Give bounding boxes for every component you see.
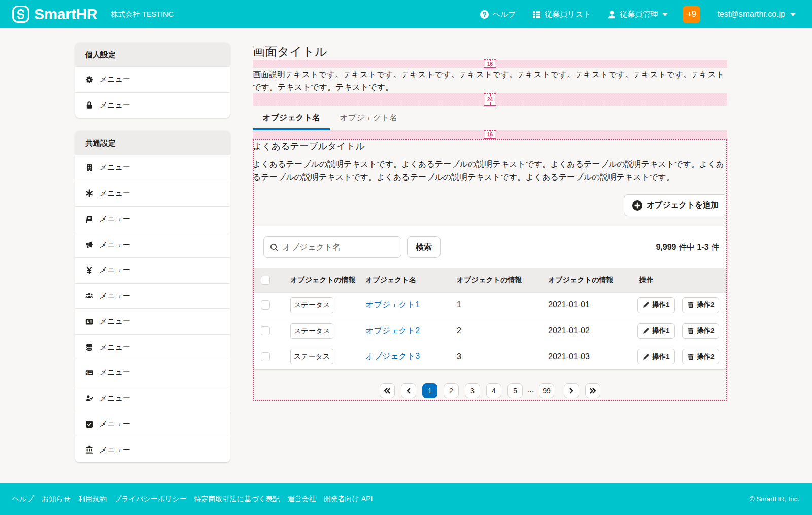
object-link[interactable]: オブジェクト1 (365, 300, 420, 309)
pagination-page-4[interactable]: 4 (486, 383, 501, 398)
pagination-page-3[interactable]: 3 (465, 383, 480, 398)
sidebar-item-database[interactable]: メニュー (75, 334, 230, 360)
footer-link-privacy[interactable]: プライバシーポリシー (114, 495, 187, 504)
search-icon (270, 243, 279, 252)
sidebar-item-money-check[interactable]: $ メニュー (75, 360, 230, 386)
smarthr-logo-text: SmartHR (34, 7, 97, 22)
footer-link-terms[interactable]: 利用規約 (78, 495, 107, 504)
account-menu[interactable]: test@smarthr.co.jp (717, 10, 796, 19)
action1-label: 操作1 (652, 352, 670, 361)
notification-badge[interactable]: +9 (683, 6, 700, 23)
employee-management-nav-item[interactable]: 従業員管理 (607, 10, 668, 19)
pencil-icon (642, 327, 650, 334)
pagination-last-button[interactable] (585, 383, 600, 398)
status-chip: ステータス (290, 323, 333, 339)
spacing-value: 16 (486, 61, 494, 67)
sidebar-item-asterisk[interactable]: メニュー (75, 181, 230, 207)
action2-label: 操作2 (697, 352, 715, 361)
search-row: 検索 9,999 件中 1-3 件 (253, 226, 727, 268)
money-check-icon: $ (85, 369, 93, 377)
sidebar-item-gear[interactable]: メニュー (75, 66, 230, 92)
action2-button[interactable]: 操作2 (682, 323, 720, 339)
add-object-button[interactable]: オブジェクトを追加 (624, 194, 727, 216)
angle-right-icon (568, 388, 574, 394)
angles-left-icon (384, 388, 390, 394)
row-checkbox[interactable] (261, 300, 270, 310)
pagination-prev-button[interactable] (401, 383, 416, 398)
tab-bar: オブジェクト名 オブジェクト名 (253, 106, 727, 130)
sidebar-item-label: メニュー (99, 100, 130, 110)
action2-button[interactable]: 操作2 (682, 349, 720, 364)
sidebar-item-label: メニュー (99, 419, 130, 429)
row-checkbox[interactable] (261, 326, 270, 335)
search-field[interactable] (263, 236, 401, 258)
footer-link-api[interactable]: 開発者向け API (324, 495, 373, 504)
sidebar-section-common: 共通設定 メニュー メニュー メニュー メニュー (75, 131, 230, 462)
sidebar-item-megaphone[interactable]: メニュー (75, 232, 230, 258)
sidebar-item-landmark[interactable]: メニュー (75, 437, 230, 463)
pagination: 1 2 3 4 5 … 99 (253, 383, 727, 398)
footer-links: ヘルプ お知らせ 利用規約 プライバシーポリシー 特定商取引法に基づく表記 運営… (12, 495, 373, 504)
table-section: よくあるテーブルタイトル よくあるテーブルの説明テキストです。よくあるテーブルの… (253, 139, 727, 401)
tab-object-2[interactable]: オブジェクト名 (330, 106, 407, 130)
search-input[interactable] (283, 243, 395, 252)
book-icon (85, 215, 93, 223)
question-circle-icon (480, 10, 489, 19)
result-count-of: 件中 (679, 243, 695, 251)
sidebar-item-user-check[interactable]: メニュー (75, 386, 230, 411)
sidebar-item-square-check[interactable]: メニュー (75, 411, 230, 437)
account-email: test@smarthr.co.jp (717, 10, 785, 19)
action1-button[interactable]: 操作1 (637, 349, 675, 364)
pagination-ellipsis: … (526, 385, 535, 393)
main-content: 画面タイトル 16 画面説明テキストです。テキストです。テキストです。テキストで… (253, 43, 727, 401)
object-link[interactable]: オブジェクト2 (365, 326, 420, 335)
sidebar-item-label: メニュー (99, 189, 130, 198)
pagination-page-2[interactable]: 2 (444, 383, 459, 398)
tab-object-1[interactable]: オブジェクト名 (253, 106, 330, 130)
spacing-annotation-16: 16 (253, 60, 727, 68)
sidebar-item-label: メニュー (99, 445, 130, 455)
list-icon (532, 10, 541, 19)
column-header-date: オブジェクトの情報 (542, 268, 633, 292)
column-header-actions: 操作 (633, 268, 727, 292)
object-info-cell: 1 (451, 292, 542, 318)
lock-icon (85, 101, 93, 109)
page: SmartHR 株式会社 TESTINC ヘルプ 従業員リスト 従業員管理 +9… (0, 0, 812, 515)
status-chip: ステータス (290, 349, 333, 364)
sidebar-item-label: メニュー (99, 214, 130, 224)
footer-link-help[interactable]: ヘルプ (12, 495, 34, 504)
select-all-checkbox[interactable] (261, 276, 270, 285)
action2-button[interactable]: 操作2 (682, 297, 720, 313)
sidebar-item-lock[interactable]: メニュー (75, 92, 230, 118)
yen-icon (85, 266, 93, 274)
row-checkbox[interactable] (261, 352, 270, 361)
table-header-row: オブジェクトの情報 オブジェクト名 オブジェクトの情報 オブジェクトの情報 操作 (253, 268, 727, 292)
sidebar-item-building[interactable]: メニュー (75, 155, 230, 181)
pagination-next-button[interactable] (564, 383, 579, 398)
sidebar-section-title: 共通設定 (75, 131, 230, 155)
gear-icon (85, 76, 93, 84)
footer-link-commerce[interactable]: 特定商取引法に基づく表記 (194, 495, 280, 504)
action2-label: 操作2 (697, 326, 715, 335)
employee-list-nav-item[interactable]: 従業員リスト (532, 10, 591, 19)
pencil-icon (642, 353, 650, 360)
help-nav-item[interactable]: ヘルプ (480, 10, 516, 19)
pagination-page-1[interactable]: 1 (422, 383, 437, 398)
sidebar-item-id-card[interactable]: メニュー (75, 308, 230, 334)
sidebar-item-yen[interactable]: メニュー (75, 257, 230, 283)
pagination-page-99[interactable]: 99 (539, 383, 554, 398)
action1-button[interactable]: 操作1 (637, 323, 675, 339)
svg-text:$: $ (86, 370, 88, 375)
action1-button[interactable]: 操作1 (637, 297, 675, 313)
smarthr-logo[interactable]: SmartHR (12, 6, 97, 23)
sidebar-item-users[interactable]: メニュー (75, 283, 230, 309)
footer-link-company[interactable]: 運営会社 (288, 495, 316, 504)
pagination-first-button[interactable] (380, 383, 395, 398)
object-link[interactable]: オブジェクト3 (365, 352, 420, 360)
search-button[interactable]: 検索 (407, 236, 441, 258)
object-date-cell: 2021-01-02 (542, 318, 633, 344)
footer-link-news[interactable]: お知らせ (42, 495, 71, 504)
employee-management-nav-label: 従業員管理 (620, 10, 658, 19)
pagination-page-5[interactable]: 5 (507, 383, 523, 398)
sidebar-item-book[interactable]: メニュー (75, 206, 230, 232)
